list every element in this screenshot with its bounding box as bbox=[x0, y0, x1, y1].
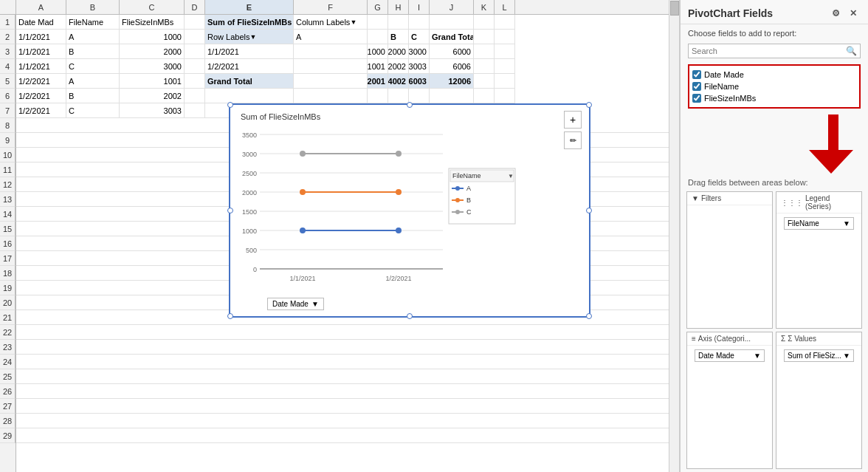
col-header-F[interactable]: F bbox=[294, 0, 368, 14]
col-header-I[interactable]: I bbox=[409, 0, 430, 14]
cell-H5[interactable]: 4002 bbox=[388, 74, 409, 89]
cell-F3[interactable] bbox=[294, 44, 368, 59]
cell-I4[interactable]: 3003 bbox=[409, 59, 430, 74]
cell-L2[interactable] bbox=[495, 30, 515, 44]
cell-J4[interactable]: 6006 bbox=[430, 59, 474, 74]
cell-K4[interactable] bbox=[474, 59, 495, 74]
cell-E2[interactable]: Row Labels ▼ bbox=[205, 30, 294, 44]
cell-H3[interactable]: 2000 bbox=[388, 44, 409, 59]
cell-K1[interactable] bbox=[474, 15, 495, 30]
cell-L3[interactable] bbox=[495, 44, 515, 59]
cell-D1[interactable] bbox=[185, 15, 205, 30]
col-header-H[interactable]: H bbox=[388, 0, 409, 14]
cell-G5[interactable]: 2001 bbox=[368, 74, 388, 89]
cell-C1[interactable]: FlieSizeInMBs bbox=[120, 15, 185, 30]
cell-K5[interactable] bbox=[474, 74, 495, 89]
cell-L6[interactable] bbox=[495, 89, 515, 103]
search-input[interactable] bbox=[692, 47, 846, 55]
chart-style-button[interactable]: ✏ bbox=[564, 131, 582, 149]
cell-A1[interactable]: Date Mad bbox=[16, 15, 66, 30]
cell-D2[interactable] bbox=[185, 30, 205, 44]
axis-datemade-dropdown[interactable]: Date Made ▼ bbox=[695, 349, 765, 362]
vertical-scrollbar[interactable] bbox=[669, 0, 679, 472]
cell-B3[interactable]: B bbox=[66, 44, 120, 59]
cell-D7[interactable] bbox=[185, 103, 205, 118]
cell-E4[interactable]: 1/2/2021 bbox=[205, 59, 294, 74]
col-header-A[interactable]: A bbox=[16, 0, 66, 14]
cell-E3[interactable]: 1/1/2021 bbox=[205, 44, 294, 59]
cell-I6[interactable] bbox=[409, 89, 430, 103]
cell-A3[interactable]: 1/1/2021 bbox=[16, 44, 66, 59]
close-button[interactable]: ✕ bbox=[846, 6, 861, 21]
cell-A6[interactable]: 1/2/2021 bbox=[16, 89, 66, 103]
cell-G1[interactable] bbox=[368, 15, 388, 30]
cell-L4[interactable] bbox=[495, 59, 515, 74]
cell-I1[interactable] bbox=[409, 15, 430, 30]
cell-B5[interactable]: A bbox=[66, 74, 120, 89]
cell-G2[interactable] bbox=[368, 30, 388, 44]
cell-C7[interactable]: 3003 bbox=[120, 103, 185, 118]
cell-K3[interactable] bbox=[474, 44, 495, 59]
cell-C6[interactable]: 2002 bbox=[120, 89, 185, 103]
chart-add-button[interactable]: + bbox=[564, 111, 582, 129]
cell-E6[interactable] bbox=[205, 89, 294, 103]
cell-F4[interactable] bbox=[294, 59, 368, 74]
cell-L5[interactable] bbox=[495, 74, 515, 89]
field-checkbox-fliesizeinmbs[interactable] bbox=[692, 94, 701, 103]
cell-C2[interactable]: 1000 bbox=[120, 30, 185, 44]
cell-F5[interactable] bbox=[294, 74, 368, 89]
cell-B4[interactable]: C bbox=[66, 59, 120, 74]
col-header-G[interactable]: G bbox=[368, 0, 388, 14]
field-checkbox-datemade[interactable] bbox=[692, 70, 701, 79]
scrollbar-thumb[interactable] bbox=[670, 1, 679, 16]
cell-H2[interactable]: B bbox=[388, 30, 409, 44]
cell-B1[interactable]: FileName bbox=[66, 15, 120, 30]
cell-J2[interactable]: Grand Total bbox=[430, 30, 474, 44]
cell-H1[interactable] bbox=[388, 15, 409, 30]
cell-B6[interactable]: B bbox=[66, 89, 120, 103]
cell-J1[interactable] bbox=[430, 15, 474, 30]
cell-E5[interactable]: Grand Total bbox=[205, 74, 294, 89]
cell-D4[interactable] bbox=[185, 59, 205, 74]
col-header-J[interactable]: J bbox=[430, 0, 474, 14]
cell-H6[interactable] bbox=[388, 89, 409, 103]
cell-B7[interactable]: C bbox=[66, 103, 120, 118]
cell-G3[interactable]: 1000 bbox=[368, 44, 388, 59]
legend-filename-dropdown[interactable]: FileName ▼ bbox=[784, 217, 854, 230]
cell-J3[interactable]: 6000 bbox=[430, 44, 474, 59]
cell-C5[interactable]: 1001 bbox=[120, 74, 185, 89]
col-header-B[interactable]: B bbox=[66, 0, 120, 14]
cell-G6[interactable] bbox=[368, 89, 388, 103]
cell-D6[interactable] bbox=[185, 89, 205, 103]
values-sum-dropdown[interactable]: Sum of FlieSiz... ▼ bbox=[784, 349, 854, 362]
cell-A4[interactable]: 1/1/2021 bbox=[16, 59, 66, 74]
cell-I5[interactable]: 6003 bbox=[409, 74, 430, 89]
cell-F6[interactable] bbox=[294, 89, 368, 103]
cell-G4[interactable]: 1001 bbox=[368, 59, 388, 74]
chart-container[interactable]: Sum of FlieSizeInMBs + ✏ 3500 3000 2500 … bbox=[229, 103, 590, 318]
cell-A2[interactable]: 1/1/2021 bbox=[16, 30, 66, 44]
field-checkbox-filename[interactable] bbox=[692, 82, 701, 91]
cell-D3[interactable] bbox=[185, 44, 205, 59]
cell-F1[interactable]: Column Labels ▼ bbox=[294, 15, 368, 30]
cell-J5[interactable]: 12006 bbox=[430, 74, 474, 89]
cell-E1[interactable]: Sum of FlieSizeInMBs bbox=[205, 15, 294, 30]
cell-L1[interactable] bbox=[495, 15, 515, 30]
cell-H4[interactable]: 2002 bbox=[388, 59, 409, 74]
gear-button[interactable]: ⚙ bbox=[828, 6, 843, 21]
cell-F2[interactable]: A bbox=[294, 30, 368, 44]
cell-K6[interactable] bbox=[474, 89, 495, 103]
col-header-L[interactable]: L bbox=[495, 0, 515, 14]
col-header-D[interactable]: D bbox=[185, 0, 205, 14]
axis-dropdown[interactable]: Date Made ▼ bbox=[267, 298, 324, 310]
col-header-C[interactable]: C bbox=[120, 0, 185, 14]
search-box[interactable]: 🔍 bbox=[688, 44, 861, 58]
cell-C4[interactable]: 3000 bbox=[120, 59, 185, 74]
cell-C3[interactable]: 2000 bbox=[120, 44, 185, 59]
col-header-E[interactable]: E bbox=[205, 0, 294, 14]
cell-B2[interactable]: A bbox=[66, 30, 120, 44]
cell-A7[interactable]: 1/2/2021 bbox=[16, 103, 66, 118]
cell-A5[interactable]: 1/2/2021 bbox=[16, 74, 66, 89]
cell-I2[interactable]: C bbox=[409, 30, 430, 44]
cell-K2[interactable] bbox=[474, 30, 495, 44]
